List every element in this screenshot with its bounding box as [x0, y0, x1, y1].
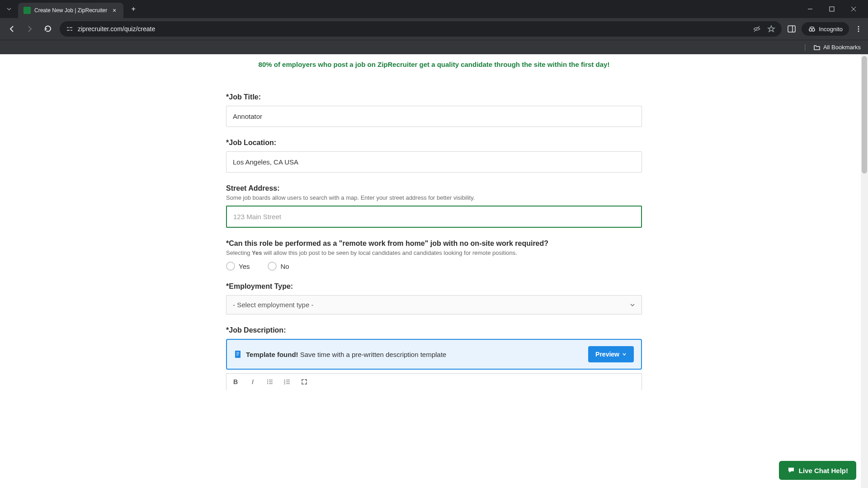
- job-title-input[interactable]: [226, 106, 642, 127]
- banner-text: 80% of employers who post a job on ZipRe…: [259, 61, 610, 68]
- reload-button[interactable]: [42, 23, 54, 35]
- forward-button[interactable]: [24, 23, 36, 35]
- svg-point-12: [858, 28, 859, 30]
- svg-rect-1: [830, 7, 834, 11]
- job-title-label: *Job Title:: [226, 93, 642, 101]
- editor-toolbar: B I 123: [226, 373, 642, 390]
- all-bookmarks-button[interactable]: All Bookmarks: [813, 44, 861, 51]
- radio-icon: [226, 262, 235, 271]
- template-text: Template found! Save time with a pre-wri…: [246, 351, 584, 358]
- employment-type-label: *Employment Type:: [226, 282, 642, 291]
- scrollbar-thumb[interactable]: [862, 56, 867, 174]
- tab-title: Create New Job | ZipRecruiter: [34, 7, 107, 14]
- job-location-input[interactable]: [226, 151, 642, 173]
- svg-point-20: [267, 381, 268, 382]
- banner: 80% of employers who post a job on ZipRe…: [0, 54, 868, 75]
- template-banner: Template found! Save time with a pre-wri…: [226, 339, 642, 370]
- menu-icon[interactable]: [854, 25, 863, 33]
- svg-rect-3: [70, 27, 72, 28]
- street-address-input[interactable]: [226, 206, 642, 228]
- incognito-badge[interactable]: Incognito: [802, 22, 849, 36]
- minimize-button[interactable]: [805, 4, 816, 14]
- address-bar[interactable]: ziprecruiter.com/quiz/create: [60, 21, 782, 37]
- svg-point-11: [858, 26, 859, 28]
- tab-favicon: [24, 7, 31, 14]
- employment-type-select[interactable]: - Select employment type -: [226, 295, 642, 314]
- url-text: ziprecruiter.com/quiz/create: [78, 25, 748, 33]
- svg-point-18: [267, 380, 268, 380]
- svg-point-9: [809, 28, 812, 31]
- remote-no-radio[interactable]: No: [268, 262, 289, 271]
- numbered-list-button[interactable]: 123: [283, 377, 292, 386]
- street-address-hint: Some job boards allow users to search wi…: [226, 194, 642, 201]
- maximize-button[interactable]: [826, 4, 837, 14]
- svg-line-6: [754, 26, 760, 32]
- svg-rect-4: [67, 30, 70, 31]
- bold-button[interactable]: B: [231, 377, 240, 386]
- side-panel-icon[interactable]: [787, 24, 796, 33]
- site-settings-icon[interactable]: [66, 25, 73, 33]
- remote-hint: Selecting Yes will allow this job post t…: [226, 249, 642, 256]
- preview-button[interactable]: Preview: [588, 346, 634, 362]
- tab-bar: Create New Job | ZipRecruiter × +: [0, 0, 868, 18]
- bookmarks-bar: | All Bookmarks: [0, 40, 868, 54]
- new-tab-button[interactable]: +: [127, 3, 140, 15]
- page-content: 80% of employers who post a job on ZipRe…: [0, 54, 868, 488]
- remote-yes-radio[interactable]: Yes: [226, 262, 250, 271]
- star-icon[interactable]: [767, 25, 775, 33]
- close-icon[interactable]: ×: [111, 7, 118, 14]
- tab-dropdown[interactable]: [4, 4, 14, 14]
- expand-button[interactable]: [300, 377, 309, 386]
- browser-tab[interactable]: Create New Job | ZipRecruiter ×: [18, 3, 123, 18]
- radio-icon: [268, 262, 277, 271]
- scrollbar[interactable]: [861, 54, 868, 488]
- chevron-down-icon: [630, 302, 635, 308]
- job-description-label: *Job Description:: [226, 326, 642, 334]
- chat-icon: [787, 466, 795, 474]
- remote-label: *Can this role be performed as a "remote…: [226, 239, 642, 248]
- eye-off-icon[interactable]: [753, 25, 761, 33]
- italic-button[interactable]: I: [248, 377, 257, 386]
- chat-widget[interactable]: Live Chat Help!: [779, 461, 856, 480]
- incognito-icon: [808, 25, 816, 33]
- svg-rect-5: [71, 30, 72, 31]
- svg-rect-7: [788, 26, 795, 32]
- street-address-label: Street Address:: [226, 184, 642, 192]
- document-icon: [234, 350, 241, 359]
- close-window-button[interactable]: [848, 4, 859, 14]
- back-button[interactable]: [5, 23, 18, 35]
- chevron-down-icon: [622, 352, 627, 357]
- svg-text:3: 3: [284, 382, 285, 385]
- browser-toolbar: ziprecruiter.com/quiz/create Incognito: [0, 18, 868, 40]
- svg-rect-14: [235, 351, 241, 358]
- svg-point-22: [267, 383, 268, 384]
- bullet-list-button[interactable]: [265, 377, 274, 386]
- folder-icon: [813, 44, 821, 51]
- svg-point-13: [858, 31, 859, 32]
- svg-rect-2: [67, 27, 69, 28]
- job-location-label: *Job Location:: [226, 139, 642, 147]
- svg-point-10: [812, 28, 815, 31]
